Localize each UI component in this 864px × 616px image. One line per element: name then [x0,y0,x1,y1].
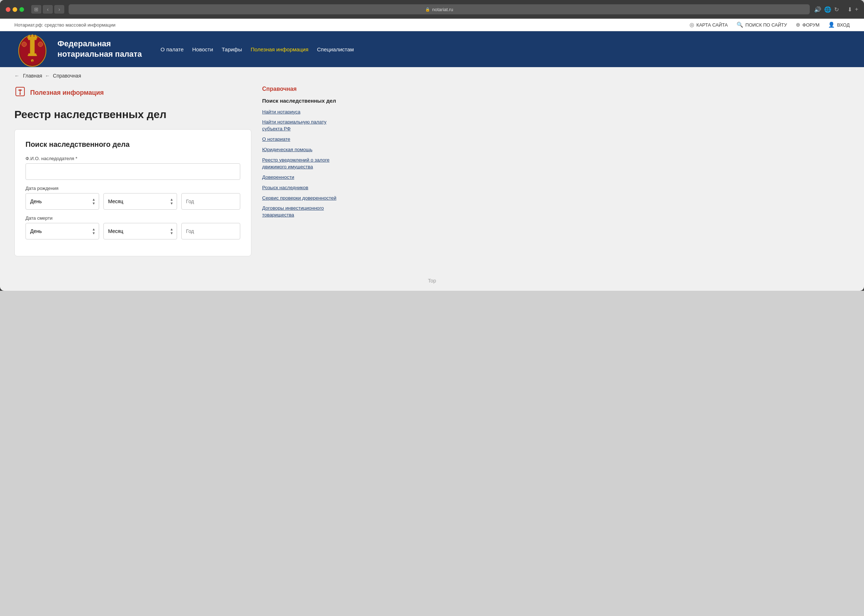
birth-year-wrapper [181,193,240,210]
search-icon: 🔍 [737,22,743,28]
nav-about[interactable]: О палате [156,44,188,55]
main-nav: О палате Новости Тарифы Полезная информа… [156,44,358,55]
sidebar-link-poa[interactable]: Доверенности [262,174,341,181]
scroll-top-area: Top [0,271,864,291]
breadcrumb-home-link[interactable]: Главная [23,73,42,79]
browser-controls: ⊞ ‹ › [31,5,64,14]
birth-day-wrapper: День ▲▼ [25,193,99,210]
sitemap-icon: ◎ [689,22,694,28]
nav-search-label: ПОИСК ПО САЙТУ [746,22,787,28]
svg-point-12 [19,93,21,95]
nav-sitemap[interactable]: ◎ КАРТА САЙТА [689,22,727,28]
nav-forum-label: ФОРУМ [803,22,820,28]
death-day-wrapper: День ▲▼ [25,223,99,239]
death-date-row: День ▲▼ Месяц ▲▼ [25,223,240,239]
browser-titlebar: ⊞ ‹ › 🔒 notariat.ru 🔊 🌐 ↻ ⬇ + [0,0,864,19]
maximize-button[interactable] [19,7,24,12]
logo-container: ★ [14,31,50,67]
section-icon [14,86,26,100]
refresh-icon[interactable]: ↻ [834,6,839,13]
death-year-wrapper [181,223,240,239]
birth-date-label: Дата рождения [25,185,240,191]
logo-emblem: ★ [14,31,50,67]
close-button[interactable] [6,7,10,12]
back-button[interactable]: ‹ [43,5,53,14]
svg-rect-4 [28,55,37,56]
header-title: Федеральная нотариальная палата [57,39,142,59]
fio-label: Ф.И.О. наследодателя * [25,156,240,161]
sidebar-toggle-button[interactable]: ⊞ [31,5,41,14]
nav-specialists[interactable]: Специалистам [313,44,358,55]
sidebar-link-legal-help[interactable]: Юридическая помощь [262,146,341,153]
translate-icon[interactable]: 🌐 [824,6,831,13]
death-year-input[interactable] [181,223,240,239]
download-icon[interactable]: ⬇ [847,6,852,13]
death-month-select[interactable]: Месяц [104,223,177,239]
birth-month-select[interactable]: Месяц [104,193,177,210]
sidebar-link-about-notariat[interactable]: О нотариате [262,136,341,143]
minimize-button[interactable] [13,7,17,12]
page-title: Реестр наследственных дел [14,108,251,121]
svg-point-6 [27,37,37,39]
lock-icon: 🔒 [425,7,430,12]
birth-month-wrapper: Месяц ▲▼ [104,193,177,210]
nav-search[interactable]: 🔍 ПОИСК ПО САЙТУ [737,22,787,28]
main-header: ★ Федеральная нотариальная палата О пала… [0,31,864,67]
search-card-title: Поиск наследственного дела [25,140,240,149]
birth-year-input[interactable] [181,193,240,210]
nav-news[interactable]: Новости [188,44,217,55]
new-tab-icon[interactable]: + [855,6,858,13]
sidebar-link-investment[interactable]: Договоры инвестиционного товарищества [262,205,341,218]
birth-date-row: День ▲▼ Месяц ▲▼ [25,193,240,210]
birth-date-group: Дата рождения День ▲▼ Месяц [25,185,240,210]
nav-forum[interactable]: ⊕ ФОРУМ [796,22,820,28]
section-header: Полезная информация [14,86,251,100]
sidebar-link-chamber[interactable]: Найти нотариальную палату субъекта РФ [262,119,341,132]
fio-input[interactable] [25,163,240,180]
nav-sitemap-label: КАРТА САЙТА [696,22,727,28]
search-card: Поиск наследственного дела Ф.И.О. наслед… [14,129,251,256]
utility-nav: ◎ КАРТА САЙТА 🔍 ПОИСК ПО САЙТУ ⊕ ФОРУМ 👤… [689,22,850,28]
death-day-select[interactable]: День [25,223,99,239]
user-icon: 👤 [828,22,835,28]
scroll-top-text[interactable]: Top [428,278,436,284]
utility-bar: Нотариат.рф: средство массовой информаци… [0,19,864,31]
site-description: Нотариат.рф: средство массовой информаци… [14,22,116,28]
nav-login[interactable]: 👤 ВХОД [828,22,850,28]
sidebar-section-title: Справочная [262,86,341,92]
nav-tariffs[interactable]: Тарифы [217,44,246,55]
sidebar-link-poa-check[interactable]: Сервис проверки доверенностей [262,195,341,202]
sidebar-link-pledge-registry[interactable]: Реестр уведомлений о залоге движимого им… [262,157,341,171]
breadcrumb-reference-link[interactable]: Справочная [53,73,81,79]
sidebar-link-notary[interactable]: Найти нотариуса [262,109,341,116]
nav-login-label: ВХОД [837,22,850,28]
death-date-group: Дата смерти День ▲▼ Месяц [25,215,240,239]
content-wrapper: Полезная информация Реестр наследственны… [0,79,864,271]
traffic-lights [6,7,24,12]
death-date-label: Дата смерти [25,215,240,221]
arrow-icon: ← [14,73,19,79]
sidebar: Справочная Поиск наследственных дел Найт… [262,86,341,256]
main-content: Полезная информация Реестр наследственны… [14,86,251,256]
svg-rect-2 [30,39,35,56]
breadcrumb-home: ← Главная [14,73,42,79]
url-text: notariat.ru [432,7,453,12]
sidebar-bold-item: Поиск наследственных дел [262,97,341,104]
sidebar-link-heir-search[interactable]: Розыск наследников [262,184,341,191]
forward-button[interactable]: › [54,5,64,14]
address-bar[interactable]: 🔒 notariat.ru [69,4,810,14]
breadcrumb: ← Главная ← Справочная [0,67,864,79]
fio-field-group: Ф.И.О. наследодателя * [25,156,240,180]
birth-day-select[interactable]: День [25,193,99,210]
death-month-wrapper: Месяц ▲▼ [104,223,177,239]
section-title: Полезная информация [30,89,104,97]
breadcrumb-reference: Справочная [53,73,81,79]
browser-toolbar-right: 🔊 🌐 ↻ ⬇ + [814,6,858,13]
audio-icon[interactable]: 🔊 [814,6,821,13]
website-content: Нотариат.рф: средство массовой информаци… [0,19,864,291]
nav-useful[interactable]: Полезная информация [246,44,313,55]
forum-icon: ⊕ [796,22,800,28]
